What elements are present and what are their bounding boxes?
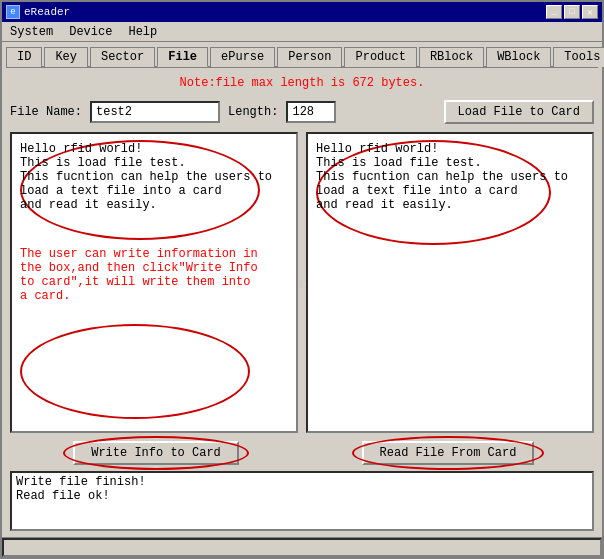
write-btn-wrap: Write Info to Card [10, 441, 302, 465]
log-line-1: Write file finish! [16, 475, 588, 489]
read-btn-wrap: Read File From Card [302, 441, 594, 465]
load-file-button[interactable]: Load File to Card [444, 100, 594, 124]
minimize-button[interactable]: _ [546, 5, 562, 19]
log-line-2: Read file ok! [16, 489, 588, 503]
length-input[interactable] [286, 101, 336, 123]
window-title: eReader [24, 6, 70, 18]
left-top-text: Hello rfid world!This is load file test.… [16, 138, 292, 216]
tab-key[interactable]: Key [44, 47, 88, 67]
write-info-button[interactable]: Write Info to Card [73, 441, 239, 465]
tab-id[interactable]: ID [6, 47, 42, 67]
tab-product[interactable]: Product [344, 47, 416, 67]
file-row: File Name: Length: Load File to Card [10, 100, 594, 124]
tab-wblock[interactable]: WBlock [486, 47, 551, 67]
tabs-container: ID Key Sector File ePurse Person Product… [2, 42, 602, 66]
content-area: Note:file max length is 672 bytes. File … [2, 68, 602, 537]
menu-bar: System Device Help [2, 22, 602, 42]
title-bar: e eReader _ □ ✕ [2, 2, 602, 22]
bottom-buttons-row: Write Info to Card Read File From Card [10, 441, 594, 465]
title-bar-controls: _ □ ✕ [546, 5, 598, 19]
close-button[interactable]: ✕ [582, 5, 598, 19]
length-label: Length: [228, 105, 278, 119]
right-panel: Hello rfid world!This is load file test.… [306, 132, 594, 433]
tab-person[interactable]: Person [277, 47, 342, 67]
app-icon: e [6, 5, 20, 19]
left-panel: Hello rfid world!This is load file test.… [10, 132, 298, 433]
file-name-input[interactable] [90, 101, 220, 123]
tab-rblock[interactable]: RBlock [419, 47, 484, 67]
write-btn-oval-wrap: Write Info to Card [73, 441, 239, 465]
menu-system[interactable]: System [6, 25, 57, 39]
read-btn-oval-wrap: Read File From Card [362, 441, 535, 465]
log-area: Write file finish! Read file ok! [10, 471, 594, 531]
tab-epurse[interactable]: ePurse [210, 47, 275, 67]
title-bar-left: e eReader [6, 5, 70, 19]
maximize-button[interactable]: □ [564, 5, 580, 19]
notice-text: Note:file max length is 672 bytes. [10, 76, 594, 90]
tab-file[interactable]: File [157, 47, 208, 67]
tab-sector[interactable]: Sector [90, 47, 155, 67]
right-top-text: Hello rfid world!This is load file test.… [312, 138, 588, 216]
status-left [2, 538, 602, 557]
main-window: e eReader _ □ ✕ System Device Help ID Ke… [0, 0, 604, 559]
tab-tools[interactable]: Tools [553, 47, 604, 67]
menu-help[interactable]: Help [124, 25, 161, 39]
file-name-label: File Name: [10, 105, 82, 119]
read-file-button[interactable]: Read File From Card [362, 441, 535, 465]
status-bar [2, 537, 602, 557]
left-bottom-oval-annotation [20, 324, 250, 419]
text-panels: Store No: 101297 Hello rfid world!This i… [10, 132, 594, 433]
menu-device[interactable]: Device [65, 25, 116, 39]
left-bottom-text: The user can write information in the bo… [16, 243, 292, 307]
